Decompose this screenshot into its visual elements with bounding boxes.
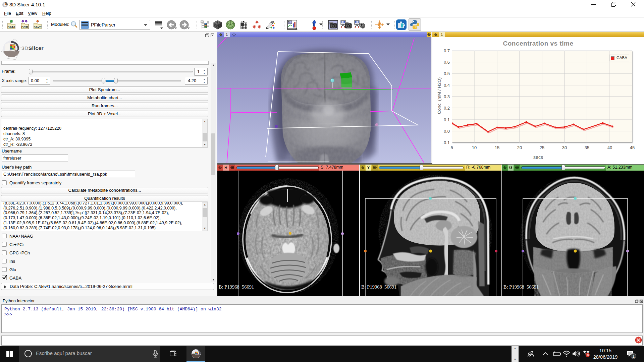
svg-text:B: P19968_56691: B: P19968_56691: [361, 284, 396, 290]
svg-text:B: P19968_56691: B: P19968_56691: [503, 284, 539, 290]
svg-text:DATA: DATA: [7, 25, 15, 29]
svg-text:DCM: DCM: [21, 25, 29, 29]
svg-text:SAVE: SAVE: [34, 25, 42, 29]
svg-text:B: P19968_56691: B: P19968_56691: [219, 284, 254, 290]
